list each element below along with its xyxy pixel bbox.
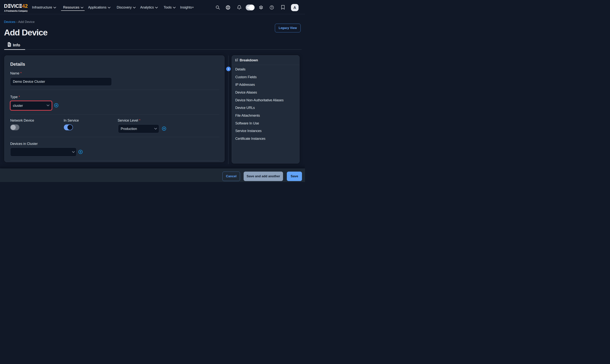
svg-text:C: C (15, 3, 19, 9)
svg-text:D: D (4, 3, 8, 9)
svg-text:A Freshworks Company: A Freshworks Company (4, 10, 28, 12)
svg-text:I: I (14, 3, 16, 9)
svg-text:42: 42 (22, 3, 28, 9)
svg-text:V: V (11, 3, 14, 9)
